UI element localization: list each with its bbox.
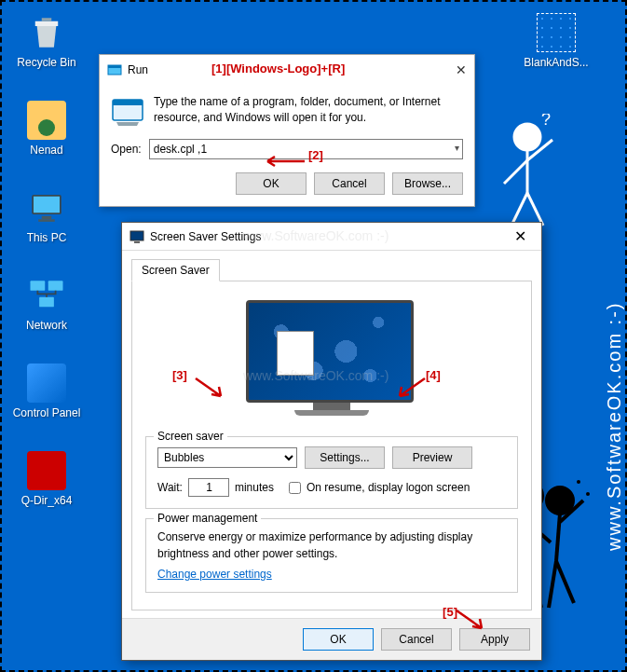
monitor-screen [246,300,414,403]
resume-label: On resume, display logon screen [307,481,470,494]
run-description: Type the name of a program, folder, docu… [154,94,463,128]
ss-footer: OK Cancel Apply [122,618,541,660]
icon-label: Control Panel [11,406,82,419]
ss-title: Screen Saver Settings [150,230,507,243]
svg-point-15 [547,487,573,514]
desktop-icon-qdir[interactable]: Q-Dir_x64 [11,451,82,507]
ss-preview-button[interactable]: Preview [392,446,472,469]
icon-label: Q-Dir_x64 [11,494,82,507]
run-open-input[interactable] [149,139,463,159]
stick-figure-1: ? [485,114,569,235]
run-open-combo[interactable]: ▾ [149,139,463,159]
wait-label: Wait: [157,481,183,494]
watermark-side: www.SoftwareOK.com :-) [604,302,625,551]
power-link[interactable]: Change power settings [157,568,272,581]
run-close-button[interactable]: ✕ [456,62,467,77]
network-icon [27,276,66,315]
user-folder-icon [27,101,66,140]
recycle-bin-icon [27,13,66,52]
svg-point-27 [577,480,580,484]
power-legend: Power management [154,512,261,525]
run-open-label: Open: [111,143,142,156]
power-fieldset: Power management Conserve energy or maxi… [145,518,518,593]
ss-apply-button[interactable]: Apply [459,628,530,651]
resume-checkbox[interactable] [289,482,301,494]
svg-rect-1 [34,197,60,213]
svg-text:?: ? [541,114,551,129]
screensaver-dialog: Screen Saver Settings ✕ Screen Saver www… [121,222,542,661]
run-ok-button[interactable]: OK [236,172,307,195]
svg-line-12 [527,193,543,226]
desktop-icon-this-pc[interactable]: This PC [11,188,82,244]
desktop-icon-control-panel[interactable]: Control Panel [11,363,82,419]
icon-label: Network [11,319,82,332]
chevron-down-icon[interactable]: ▾ [455,143,459,153]
run-cancel-button[interactable]: Cancel [314,172,385,195]
svg-line-23 [549,561,556,608]
icon-label: Nenad [11,144,82,157]
ss-titlebar[interactable]: Screen Saver Settings ✕ [122,223,541,251]
svg-rect-4 [31,281,46,291]
svg-rect-34 [130,231,143,240]
svg-rect-6 [39,297,54,308]
wait-input[interactable] [188,478,229,497]
run-browse-button[interactable]: Browse... [392,172,463,195]
qdir-icon [27,451,66,490]
annotation-1: [1][Windows-Logo]+[R] [211,62,345,75]
ss-cancel-button[interactable]: Cancel [381,628,452,651]
run-title: Run [128,63,148,76]
run-program-icon [111,94,144,128]
tab-strip: Screen Saver [131,258,532,281]
ss-close-button[interactable]: ✕ [507,227,534,245]
ss-ok-button[interactable]: OK [303,628,374,651]
control-panel-icon [27,363,66,403]
desktop-icon-blank[interactable]: BlankAndS... [521,13,592,69]
monitor-preview [246,300,417,421]
ss-select[interactable]: Bubbles [157,447,297,468]
svg-line-24 [556,561,574,603]
annotation-3: [3] [172,368,187,382]
run-title-icon [107,62,122,77]
icon-label: This PC [11,231,82,244]
ss-legend: Screen saver [154,430,227,443]
screensaver-fieldset: Screen saver Bubbles Settings... Preview… [145,436,518,509]
ss-settings-button[interactable]: Settings... [305,446,385,469]
svg-point-28 [586,492,590,496]
desktop-icon-recycle-bin[interactable]: Recycle Bin [11,13,82,69]
tab-screensaver[interactable]: Screen Saver [131,259,220,281]
desktop-icon-network[interactable]: Network [11,276,82,332]
ss-select-combo[interactable]: Bubbles [157,447,297,468]
svg-rect-33 [113,100,143,105]
this-pc-icon [27,188,66,227]
run-titlebar[interactable]: Run [1][Windows-Logo]+[R] ✕ [100,55,474,85]
svg-rect-35 [134,241,140,243]
run-dialog: Run [1][Windows-Logo]+[R] ✕ Type the nam… [99,54,475,207]
icon-label: BlankAndS... [521,56,592,69]
svg-rect-2 [42,216,52,220]
annotation-4: [4] [426,368,441,382]
icon-label: Recycle Bin [11,56,82,69]
arrow-3 [191,374,228,402]
svg-line-11 [511,193,527,226]
wait-unit: minutes [235,481,274,494]
svg-rect-5 [48,281,63,291]
svg-line-9 [504,160,527,184]
power-text: Conserve energy or maximize performance … [157,528,506,562]
svg-point-7 [514,124,540,150]
desktop-icon-user[interactable]: Nenad [11,101,82,157]
svg-rect-3 [38,219,55,222]
svg-rect-31 [108,65,121,68]
ss-title-icon [129,229,144,244]
blank-icon [537,13,576,52]
